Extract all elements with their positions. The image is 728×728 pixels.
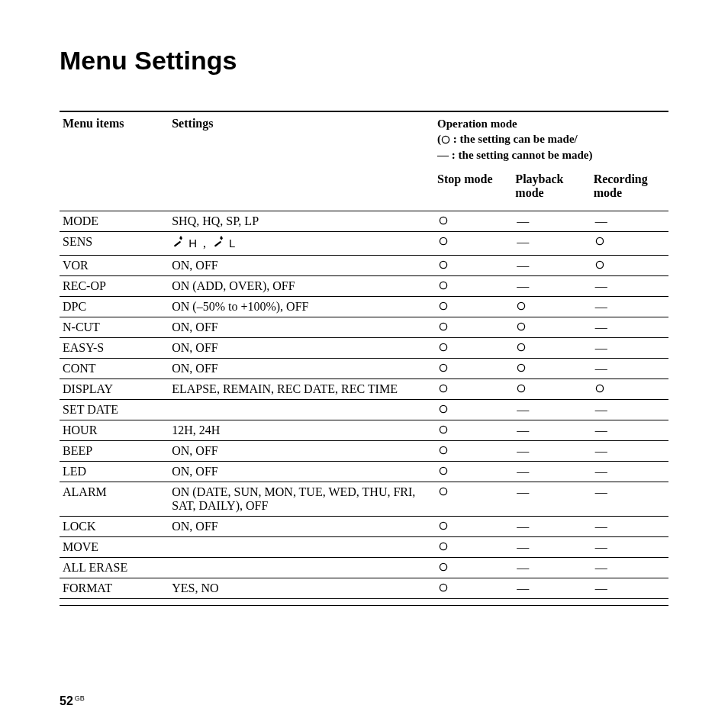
playback-mode-cell: —	[512, 516, 590, 536]
dash-icon: —	[517, 561, 529, 574]
circle-icon	[439, 341, 448, 354]
dash-icon: —	[595, 321, 607, 333]
svg-point-23	[440, 426, 446, 433]
recording-mode-cell: —	[591, 420, 668, 440]
dash-icon: —	[595, 540, 607, 553]
table-row: LOCKON, OFF——	[60, 516, 668, 536]
dash-icon: —	[595, 520, 607, 533]
settings-cell: 12H, 24H	[169, 420, 434, 440]
svg-point-27	[440, 522, 446, 529]
svg-point-6	[440, 237, 446, 244]
dash-icon: —	[595, 341, 607, 354]
dash-icon: —	[517, 581, 529, 594]
table-row: ALARMON (DATE, SUN, MON, TUE, WED, THU, …	[60, 482, 668, 516]
svg-point-7	[596, 237, 603, 244]
svg-point-16	[518, 343, 525, 350]
stop-mode-cell	[434, 358, 512, 378]
dash-icon: —	[517, 444, 529, 457]
circle-icon	[439, 465, 448, 478]
settings-text: ELAPSE, REMAIN, REC DATE, REC TIME	[172, 382, 398, 395]
recording-mode-cell: —	[591, 557, 668, 578]
recording-mode-cell	[591, 378, 668, 399]
dash-icon: —	[595, 485, 607, 498]
circle-icon	[439, 403, 448, 416]
playback-mode-cell	[512, 337, 590, 358]
svg-point-1	[440, 217, 446, 224]
playback-mode-cell: —	[512, 420, 590, 440]
recording-mode-cell: —	[591, 461, 668, 482]
menu-item: DPC	[60, 296, 169, 317]
svg-point-29	[440, 563, 446, 570]
playback-mode-cell	[512, 317, 590, 337]
page-lang: GB	[75, 694, 85, 702]
table-row: ALL ERASE——	[60, 557, 668, 578]
svg-rect-4	[214, 240, 222, 246]
recording-mode-cell: —	[591, 211, 668, 231]
recording-mode-cell: —	[591, 482, 668, 516]
table-row: DPCON (–50% to +100%), OFF—	[60, 296, 668, 317]
settings-cell: ON, OFF	[169, 440, 434, 461]
stop-mode-cell	[434, 420, 512, 440]
menu-item: EASY-S	[60, 337, 169, 358]
header-stop-mode: Stop mode	[434, 168, 512, 205]
svg-point-20	[518, 385, 525, 391]
dash-icon: —	[595, 424, 607, 436]
header-operation-mode: Operation mode ( : the setting can be ma…	[434, 111, 668, 168]
svg-point-14	[518, 323, 525, 330]
circle-icon	[517, 321, 526, 333]
dash-icon: —	[517, 235, 529, 248]
circle-icon	[439, 235, 448, 248]
svg-point-28	[440, 543, 446, 549]
svg-point-8	[440, 261, 446, 268]
settings-cell: ON, OFF	[169, 337, 434, 358]
stop-mode-cell	[434, 296, 512, 317]
header-row-2: Stop mode Playback mode Recording mode	[60, 168, 668, 205]
table-row: SENSH,L—	[60, 231, 668, 255]
menu-item: VOR	[60, 255, 169, 275]
svg-point-22	[440, 405, 446, 412]
circle-icon	[439, 540, 448, 553]
stop-mode-cell	[434, 399, 512, 420]
menu-item: LOCK	[60, 516, 169, 536]
settings-text: ON, OFF	[172, 321, 217, 333]
svg-point-11	[440, 302, 446, 309]
svg-point-5	[221, 236, 222, 237]
table-row: BEEPON, OFF——	[60, 440, 668, 461]
dash-icon: —	[595, 465, 607, 478]
settings-cell: ON (DATE, SUN, MON, TUE, WED, THU, FRI, …	[169, 482, 434, 516]
settings-text: ON (–50% to +100%), OFF	[172, 300, 308, 313]
circle-icon	[439, 214, 448, 227]
settings-cell: ON, OFF	[169, 461, 434, 482]
dash-icon: —	[517, 465, 529, 478]
settings-cell: ON, OFF	[169, 255, 434, 275]
circle-icon	[439, 444, 448, 457]
circle-icon	[595, 235, 604, 248]
header-row-1: Menu items Settings Operation mode ( : t…	[60, 111, 668, 168]
stop-mode-cell	[434, 337, 512, 358]
menu-item: HOUR	[60, 420, 169, 440]
svg-point-30	[440, 584, 446, 591]
legend-can-text: : the setting can be made/	[453, 133, 578, 145]
stop-mode-cell	[434, 275, 512, 296]
playback-mode-cell: —	[512, 482, 590, 516]
table-row: DISPLAYELAPSE, REMAIN, REC DATE, REC TIM…	[60, 378, 668, 399]
recording-mode-cell: —	[591, 296, 668, 317]
settings-text: YES, NO	[172, 581, 218, 594]
settings-text: ON, OFF	[172, 259, 217, 272]
stop-mode-cell	[434, 516, 512, 536]
settings-cell: ON (ADD, OVER), OFF	[169, 275, 434, 296]
sens-low: L	[229, 237, 235, 250]
circle-icon	[439, 300, 448, 313]
menu-item: REC-OP	[60, 275, 169, 296]
dash-icon: —	[595, 561, 607, 574]
stop-mode-cell	[434, 557, 512, 578]
circle-icon	[439, 382, 448, 395]
playback-mode-cell: —	[512, 536, 590, 557]
dash-icon: —	[595, 581, 607, 594]
svg-point-18	[518, 364, 525, 371]
circle-icon	[439, 485, 448, 498]
svg-rect-2	[174, 240, 182, 246]
page-number: 52	[60, 694, 73, 707]
menu-item: CONT	[60, 358, 169, 378]
recording-mode-cell: —	[591, 578, 668, 598]
